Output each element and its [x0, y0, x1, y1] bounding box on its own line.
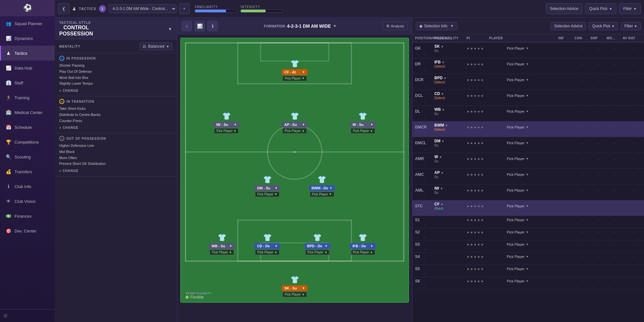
info-icon-button[interactable]: ℹ [207, 21, 218, 31]
formation-select[interactable]: 4-2-3-1 DM AM Wide - Control... [109, 4, 176, 13]
position-badge[interactable]: IFB - De▼ [350, 243, 376, 249]
formation-chevron-icon[interactable]: ▼ [333, 24, 337, 28]
in-transition-change-button[interactable]: » CHANGE [59, 125, 79, 130]
sidebar-item-club-info[interactable]: ℹ Club Info [0, 179, 55, 194]
selection-info-button[interactable]: ◉ Selection Info ▼ [416, 22, 457, 30]
quick-pick-button[interactable]: Quick Pick ▼ [585, 3, 617, 14]
settings-icon[interactable]: ⚙ [3, 313, 8, 318]
player-pick-cell[interactable]: Pick Player ▼ [507, 157, 574, 161]
pick-player-button[interactable]: Pick Player▼ [305, 250, 330, 255]
position-badge[interactable]: AP - Su▼ [282, 122, 308, 128]
sidebar-item-data-hub[interactable]: 📈 Data Hub [0, 61, 55, 75]
pick-player-button[interactable]: Pick Player▼ [310, 192, 334, 197]
pick-player-dropdown-icon[interactable]: ▼ [526, 243, 529, 246]
sidebar-item-training[interactable]: 🏃 Training [0, 90, 55, 105]
circle-icon-button[interactable]: ○ [182, 21, 192, 31]
pick-player-dropdown-icon[interactable]: ▼ [526, 110, 529, 113]
pick-player-button[interactable]: Pick Player▼ [282, 128, 307, 134]
player-pick-cell[interactable]: Pick Player ▼ [507, 62, 574, 66]
row-role[interactable]: CF ▼ Attack [434, 202, 467, 210]
pick-player-button[interactable]: Pick Player▼ [255, 192, 279, 197]
sidebar-item-staff[interactable]: 👔 Staff [0, 75, 55, 90]
player-pick-cell[interactable]: Pick Player ▼ [507, 267, 574, 271]
sidebar-item-club-vision[interactable]: 👁 Club Vision [0, 194, 55, 209]
quick-pick-right-button[interactable]: Quick Pick ▼ [589, 22, 618, 30]
row-role[interactable]: AP ▼ Su [434, 170, 467, 179]
player-pick-cell[interactable]: Pick Player ▼ [507, 230, 574, 234]
filter-right-button[interactable]: Filter ▼ [621, 22, 641, 30]
sidebar-item-schedule[interactable]: 📅 Schedule [0, 120, 55, 135]
pick-player-dropdown-icon[interactable]: ▼ [526, 279, 529, 283]
pick-player-button[interactable]: Pick Player▼ [282, 76, 307, 81]
analysis-button[interactable]: ⊞ Analysis [383, 22, 408, 30]
pick-player-dropdown-icon[interactable]: ▼ [526, 189, 529, 192]
pick-player-dropdown-icon[interactable]: ▼ [526, 267, 529, 270]
player-pick-cell[interactable]: Pick Player ▼ [507, 242, 574, 246]
player-pick-cell[interactable]: Pick Player ▼ [507, 188, 574, 192]
sidebar-item-finances[interactable]: 💵 Finances [0, 209, 55, 223]
pick-player-dropdown-icon[interactable]: ▼ [526, 126, 529, 129]
position-badge[interactable]: CD - De▼ [254, 243, 280, 249]
player-pick-cell[interactable]: Pick Player ▼ [507, 173, 574, 176]
player-pick-cell[interactable]: Pick Player ▼ [507, 109, 574, 113]
pick-player-button[interactable]: Pick Player▼ [351, 128, 375, 134]
pick-player-button[interactable]: Pick Player▼ [282, 292, 307, 297]
sidebar-item-competitions[interactable]: 🏆 Competitions [0, 135, 55, 149]
row-role[interactable]: BPD ▼ Defend [434, 76, 467, 84]
pick-player-dropdown-icon[interactable]: ▼ [526, 62, 529, 66]
pick-player-dropdown-icon[interactable]: ▼ [526, 204, 529, 208]
add-tactic-button[interactable]: + [179, 3, 190, 14]
pick-player-dropdown-icon[interactable]: ▼ [526, 173, 529, 176]
out-possession-change-button[interactable]: » CHANGE [59, 168, 79, 174]
tactical-style-chevron-icon[interactable]: ▼ [168, 26, 172, 32]
pick-player-dropdown-icon[interactable]: ▼ [526, 141, 529, 145]
position-badge[interactable]: WB - Su▼ [209, 243, 235, 249]
player-pick-cell[interactable]: Pick Player ▼ [507, 78, 574, 82]
sidebar-item-dynamics[interactable]: 📊 Dynamics [0, 31, 55, 46]
sidebar-item-medical-center[interactable]: 🏥 Medical Center [0, 105, 55, 120]
row-role[interactable]: W ▼ Su [434, 155, 467, 163]
position-badge[interactable]: BPD - De▼ [305, 243, 330, 249]
row-role[interactable]: IW ▼ Su [434, 186, 467, 194]
player-pick-cell[interactable]: Pick Player ▼ [507, 204, 574, 208]
row-role[interactable]: IFB ▼ Defend [434, 60, 467, 68]
position-badge[interactable]: IW - Su▼ [213, 122, 239, 128]
row-role[interactable]: WB ▼ Su [434, 107, 467, 116]
pick-player-dropdown-icon[interactable]: ▼ [526, 157, 529, 160]
row-role[interactable]: CD ▼ Defend [434, 91, 467, 100]
in-possession-change-button[interactable]: » CHANGE [59, 88, 79, 93]
position-badge[interactable]: DM - Su▼ [254, 185, 280, 191]
selection-advice-right-button[interactable]: Selection Advice [551, 22, 586, 30]
pick-player-button[interactable]: Pick Player▼ [351, 250, 375, 255]
sidebar-item-transfers[interactable]: 💰 Transfers [0, 164, 55, 179]
pick-player-dropdown-icon[interactable]: ▼ [526, 47, 529, 50]
position-badge[interactable]: BWM - De▼ [309, 185, 335, 191]
player-pick-cell[interactable]: Pick Player ▼ [507, 279, 574, 283]
player-pick-cell[interactable]: Pick Player ▼ [507, 218, 574, 222]
chart-icon-button[interactable]: 📊 [194, 21, 205, 31]
selection-advice-button[interactable]: Selection Advice [546, 3, 582, 14]
player-pick-cell[interactable]: Pick Player ▼ [507, 255, 574, 259]
pick-player-dropdown-icon[interactable]: ▼ [526, 78, 529, 81]
player-pick-cell[interactable]: Pick Player ▼ [507, 141, 574, 145]
pick-player-button[interactable]: Pick Player▼ [214, 128, 239, 134]
row-role[interactable]: SK ▼ Su [434, 44, 467, 52]
pick-player-dropdown-icon[interactable]: ▼ [526, 231, 529, 234]
pick-player-dropdown-icon[interactable]: ▼ [526, 218, 529, 222]
pick-player-button[interactable]: Pick Player▼ [255, 250, 279, 255]
sidebar-item-squad-planner[interactable]: 👥 Squad Planner [0, 16, 55, 31]
sidebar-item-dev-center[interactable]: 🎯 Dev. Center [0, 223, 55, 238]
player-pick-cell[interactable]: Pick Player ▼ [507, 125, 574, 129]
filter-button[interactable]: Filter ▼ [619, 3, 641, 14]
sidebar-item-tactics[interactable]: ♟ Tactics [0, 46, 55, 61]
row-role[interactable]: DM ▼ Su [434, 139, 467, 147]
position-badge[interactable]: CF - At▼ [282, 69, 308, 75]
pick-player-dropdown-icon[interactable]: ▼ [526, 94, 529, 97]
row-role[interactable]: BWM ▼ Defend [434, 123, 467, 131]
player-pick-cell[interactable]: Pick Player ▼ [507, 46, 574, 50]
position-badge[interactable]: W - Su▼ [350, 122, 376, 128]
player-pick-cell[interactable]: Pick Player ▼ [507, 94, 574, 98]
mentality-select[interactable]: ⚖ Balanced ▼ [140, 43, 172, 50]
pick-player-button[interactable]: Pick Player▼ [210, 250, 234, 255]
pick-player-dropdown-icon[interactable]: ▼ [526, 255, 529, 258]
